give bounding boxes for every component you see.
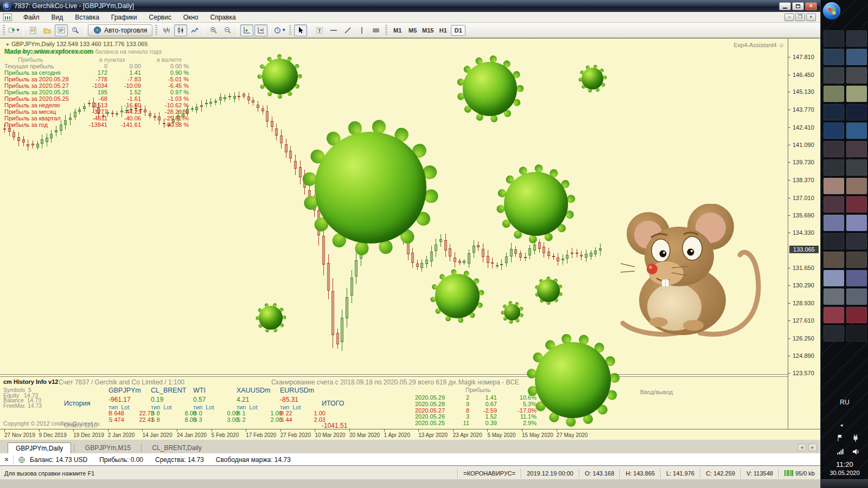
hline-tool-button[interactable]	[327, 24, 340, 36]
language-indicator[interactable]: RU	[821, 399, 868, 406]
text-tool-button[interactable]: T	[313, 24, 326, 36]
tab-gbpjpym-daily[interactable]: GBPJPYm,Daily	[8, 442, 71, 454]
menu-item[interactable]: Графики	[105, 12, 143, 22]
speaker-icon[interactable]	[851, 447, 860, 456]
taskbar-window-tile[interactable]	[824, 30, 844, 47]
menu-item[interactable]: Окно	[177, 12, 205, 22]
taskbar-window-tile[interactable]	[846, 67, 867, 84]
data-window-button[interactable]	[69, 24, 82, 36]
cursor-button[interactable]	[294, 24, 307, 36]
coronavirus-image	[494, 162, 578, 246]
order-type: S 44	[280, 417, 304, 423]
vline-tool-button[interactable]	[355, 24, 368, 36]
taskbar-window-tile[interactable]	[846, 307, 867, 323]
taskbar-window-tile[interactable]	[846, 86, 867, 102]
taskbar-window-tile[interactable]	[846, 104, 867, 120]
profiles-button[interactable]	[27, 24, 40, 36]
bar-chart-button[interactable]	[160, 24, 173, 36]
taskbar-window-tile[interactable]	[824, 104, 844, 120]
show-desktop-button[interactable]	[821, 479, 868, 488]
new-chart-button[interactable]: ▼	[8, 24, 21, 36]
taskbar-window-tile[interactable]	[846, 288, 867, 305]
taskbar-window-tile[interactable]	[824, 252, 844, 268]
menu-item[interactable]: Вставка	[69, 12, 105, 22]
date[interactable]: 30.05.2020	[821, 470, 868, 476]
taskbar-window-tile[interactable]	[824, 270, 844, 286]
zoom-in-button[interactable]	[207, 24, 220, 36]
taskbar-window-tile[interactable]	[846, 30, 867, 47]
tf-m5[interactable]: M5	[405, 25, 420, 36]
mdi-close-button[interactable]: ×	[806, 14, 816, 21]
chart-window[interactable]: ▼GBPJPYm,Daily 132.549 133.460 131.776 1…	[0, 38, 820, 439]
date-axis[interactable]: 27 Nov 20199 Dec 201919 Dec 20192 Jan 20…	[0, 429, 820, 440]
auto-trading-button[interactable]: Авто-торговля	[88, 24, 152, 36]
mdi-restore-button[interactable]: ❐	[795, 14, 805, 21]
taskbar-window-tile[interactable]	[824, 215, 844, 231]
taskbar-window-tile[interactable]	[846, 141, 867, 157]
taskbar-window-tile[interactable]	[824, 123, 844, 139]
tf-m15[interactable]: M15	[420, 25, 435, 36]
terminal-close-button[interactable]: ✕	[2, 455, 11, 464]
menu-item[interactable]: Справка	[205, 12, 242, 22]
tab-scroll-right-button[interactable]: ►	[808, 444, 817, 451]
taskbar-window-tile[interactable]	[824, 159, 844, 176]
taskbar-window-tile[interactable]	[846, 49, 867, 65]
trendline-tool-button[interactable]	[341, 24, 354, 36]
menu-item[interactable]: Файл	[17, 12, 46, 22]
taskbar-window-tile[interactable]	[824, 233, 844, 249]
horizontal-line-icon	[329, 26, 338, 35]
auto-scroll-button[interactable]	[240, 24, 253, 36]
tf-m1[interactable]: M1	[390, 25, 405, 36]
price-axis[interactable]: 147.810146.450145.130143.770142.410141.0…	[788, 38, 820, 429]
clock[interactable]: 11:20	[821, 460, 868, 468]
taskbar-window-tile[interactable]	[846, 215, 867, 231]
taskbar-window-tile[interactable]	[846, 233, 867, 249]
tf-d1[interactable]: D1	[451, 25, 465, 36]
taskbar-window-tile[interactable]	[824, 288, 844, 305]
line-chart-button[interactable]	[188, 24, 201, 36]
restore-button[interactable]	[792, 2, 804, 10]
menu-item[interactable]: Вид	[46, 12, 69, 22]
toolbar-grip[interactable]	[289, 25, 291, 36]
taskbar-window-tile[interactable]	[824, 325, 844, 342]
mdi-minimize-button[interactable]: –	[784, 14, 794, 21]
taskbar-window-tile[interactable]	[846, 252, 867, 268]
taskbar-window-tile[interactable]	[824, 307, 844, 323]
power-plug-icon[interactable]	[851, 434, 860, 442]
menu-item[interactable]: Сервис	[143, 12, 177, 22]
tray-collapse-icon[interactable]: ◄	[839, 423, 844, 428]
taskbar-window-tile[interactable]	[846, 178, 867, 194]
periods-button[interactable]: ▼	[273, 24, 286, 36]
taskbar-window-tile[interactable]	[824, 67, 844, 84]
market-watch-button[interactable]	[55, 24, 68, 36]
close-button[interactable]: ×	[805, 2, 817, 10]
network-signal-icon[interactable]	[836, 447, 845, 456]
chart-shift-button[interactable]	[254, 24, 267, 36]
tab-scroll-left-button[interactable]: ◄	[797, 444, 806, 451]
tf-h1[interactable]: H1	[436, 25, 450, 36]
tab-cl-brent-daily[interactable]: CL_BRENT,Daily	[144, 442, 209, 453]
taskbar-window-tile[interactable]	[824, 86, 844, 102]
start-button[interactable]	[823, 2, 840, 20]
toolbar-grip[interactable]	[155, 25, 157, 36]
toolbar-grip[interactable]	[3, 25, 5, 36]
zoom-out-button[interactable]	[221, 24, 234, 36]
tab-gbpjpym-m15[interactable]: GBPJPYm,M15	[78, 442, 138, 453]
candlestick-chart-button[interactable]	[174, 24, 187, 36]
candle	[247, 97, 250, 100]
taskbar-window-tile[interactable]	[824, 141, 844, 157]
symbol-collapse-icon[interactable]: ▼	[5, 42, 10, 47]
templates-button[interactable]	[41, 24, 54, 36]
taskbar-window-tile[interactable]	[846, 270, 867, 286]
rectangle-tool-button[interactable]	[369, 24, 382, 36]
minimize-button[interactable]	[779, 2, 791, 10]
taskbar-window-tile[interactable]	[846, 159, 867, 176]
taskbar-window-tile[interactable]	[846, 325, 867, 342]
taskbar-window-tile[interactable]	[824, 178, 844, 194]
taskbar-window-tile[interactable]	[846, 196, 867, 213]
action-center-flag-icon[interactable]	[836, 434, 845, 442]
toolbar-grip[interactable]	[385, 25, 387, 36]
taskbar-window-tile[interactable]	[846, 123, 867, 139]
taskbar-window-tile[interactable]	[824, 49, 844, 65]
taskbar-window-tile[interactable]	[824, 196, 844, 213]
